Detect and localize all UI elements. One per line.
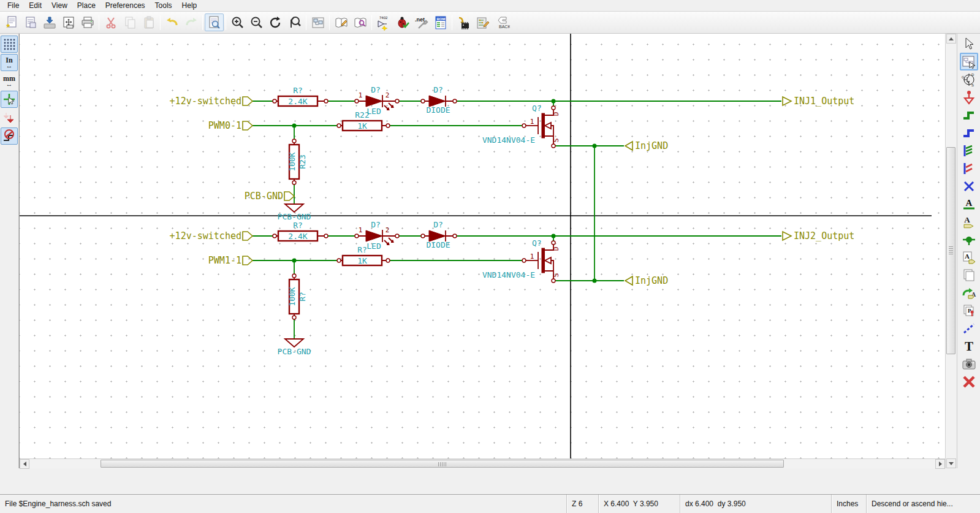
bom-button[interactable]: BOM: [431, 13, 450, 31]
new-schematic-button[interactable]: [2, 13, 21, 31]
hv-orientation-button[interactable]: [1, 127, 18, 145]
scroll-down-button[interactable]: [946, 458, 956, 468]
horizontal-scrollbar[interactable]: [20, 458, 945, 468]
place-hier-sheet-button[interactable]: [960, 266, 978, 284]
hier-label-supply[interactable]: +12v-switched: [170, 96, 253, 107]
hier-label-injgnd[interactable]: InjGND: [625, 140, 668, 151]
paste-button[interactable]: [139, 13, 158, 31]
wires[interactable]: [253, 236, 781, 339]
library-editor-button[interactable]: [332, 13, 351, 31]
place-graphic-line-button[interactable]: [960, 319, 978, 337]
select-tool-button[interactable]: [960, 35, 978, 53]
zoom-in-button[interactable]: [228, 13, 247, 31]
cursor-shape-button[interactable]: [1, 91, 18, 108]
page-settings-button[interactable]: [59, 13, 78, 31]
library-editor-icon: [334, 15, 349, 30]
save-button[interactable]: [40, 13, 59, 31]
schematic-canvas[interactable]: +12v-switched R? 2.4K: [20, 34, 945, 458]
hier-label-output[interactable]: INJ1_Output: [783, 96, 854, 107]
hier-label-injgnd[interactable]: InjGND: [625, 275, 668, 286]
toolbar-separator: [452, 15, 452, 30]
pcbnew-button[interactable]: [473, 13, 492, 31]
horizontal-scroll-thumb[interactable]: [101, 460, 784, 468]
zoom-fit-button[interactable]: [285, 13, 304, 31]
print-button[interactable]: [78, 13, 97, 31]
menu-place[interactable]: Place: [72, 1, 101, 10]
place-junction-button[interactable]: [960, 230, 978, 248]
units-mm-button[interactable]: mm↔: [1, 72, 18, 89]
svg-text:Q?: Q?: [532, 104, 542, 113]
global-label-icon: A: [962, 215, 976, 229]
place-image-button[interactable]: [960, 355, 978, 373]
place-component-button[interactable]: GDS: [960, 70, 978, 88]
vertical-scrollbar[interactable]: [945, 34, 957, 468]
svg-text:PWM1-1: PWM1-1: [208, 255, 241, 266]
place-hier-label-button[interactable]: A: [960, 248, 978, 266]
cvpcb-button[interactable]: [454, 13, 473, 31]
hier-label-pwm[interactable]: PWM0-1: [208, 120, 253, 131]
redraw-button[interactable]: [266, 13, 285, 31]
resistor-pulldown[interactable]: 100K R23: [287, 139, 307, 184]
vertical-scroll-thumb[interactable]: [946, 147, 955, 354]
zoom-out-button[interactable]: [247, 13, 266, 31]
place-text-button[interactable]: T: [960, 337, 978, 355]
wire-to-bus-entry-button[interactable]: [960, 142, 978, 159]
net-label-icon: A: [962, 197, 976, 211]
grid-toggle-button[interactable]: [1, 36, 18, 53]
place-bus-button[interactable]: [960, 124, 978, 142]
annotate-button[interactable]: 7402: [374, 13, 393, 31]
bottom-spacer: [0, 468, 980, 495]
menu-tools[interactable]: Tools: [150, 1, 177, 10]
hierarchy-navigator-button[interactable]: [308, 13, 327, 31]
open-schematic-icon: [23, 15, 38, 30]
no-connect-button[interactable]: [960, 177, 978, 195]
place-sheet-pin-button[interactable]: P: [960, 302, 978, 319]
resistor-series[interactable]: R? 2.4K: [273, 221, 328, 241]
netlist-button[interactable]: .net: [412, 13, 431, 31]
resistor-gate[interactable]: R22 1K: [337, 110, 390, 131]
open-schematic-button[interactable]: [21, 13, 40, 31]
delete-tool-button[interactable]: [960, 373, 978, 390]
diode[interactable]: D? DIODE: [421, 220, 457, 249]
place-power-port-button[interactable]: [960, 88, 978, 106]
place-net-label-button[interactable]: A: [960, 195, 978, 213]
hier-label-supply[interactable]: +12v-switched: [170, 230, 253, 241]
find-button[interactable]: [205, 13, 224, 31]
menu-help[interactable]: Help: [177, 1, 202, 10]
hidden-pins-button[interactable]: [1, 109, 18, 126]
menu-preferences[interactable]: Preferences: [101, 1, 150, 10]
scroll-grip: [949, 246, 953, 255]
right-toolbar: GDS A A A A P T: [957, 34, 980, 468]
menu-file[interactable]: File: [2, 1, 24, 10]
scroll-right-button[interactable]: [935, 459, 945, 469]
bus-to-bus-entry-button[interactable]: [960, 159, 978, 177]
copy-button[interactable]: [120, 13, 139, 31]
hierarchy-select-tool-button[interactable]: [960, 53, 978, 70]
ground-symbol[interactable]: PCB-GND: [278, 339, 311, 356]
menu-view[interactable]: View: [47, 1, 72, 10]
hier-label-pwm[interactable]: PWM1-1: [208, 255, 253, 266]
place-global-label-button[interactable]: A: [960, 213, 978, 230]
scroll-left-button[interactable]: [20, 459, 29, 469]
wires[interactable]: [253, 101, 781, 204]
ground-symbol[interactable]: PCB-GND: [278, 204, 311, 221]
scroll-up-button[interactable]: [946, 34, 956, 44]
library-browser-button[interactable]: [351, 13, 370, 31]
menu-edit[interactable]: Edit: [24, 1, 47, 10]
import-sheet-pin-button[interactable]: A: [960, 284, 978, 302]
erc-button[interactable]: [393, 13, 412, 31]
back-annotate-button[interactable]: BACK: [492, 13, 511, 31]
resistor-series[interactable]: R? 2.4K: [273, 86, 328, 106]
undo-button[interactable]: [162, 13, 181, 31]
diode[interactable]: D? DIODE: [421, 85, 457, 115]
resistor-pulldown[interactable]: 100K R?: [287, 274, 307, 319]
hier-label-output[interactable]: INJ2_Output: [783, 230, 854, 241]
redo-button[interactable]: [181, 13, 200, 31]
hier-label-pcbgnd[interactable]: PCB-GND: [245, 191, 294, 202]
svg-text:.net: .net: [415, 17, 425, 23]
redraw-icon: [268, 15, 283, 30]
resistor-gate[interactable]: R? 1K: [337, 245, 390, 265]
cut-button[interactable]: [101, 13, 120, 31]
units-inches-button[interactable]: In↔: [1, 54, 18, 71]
place-wire-button[interactable]: [960, 106, 978, 124]
